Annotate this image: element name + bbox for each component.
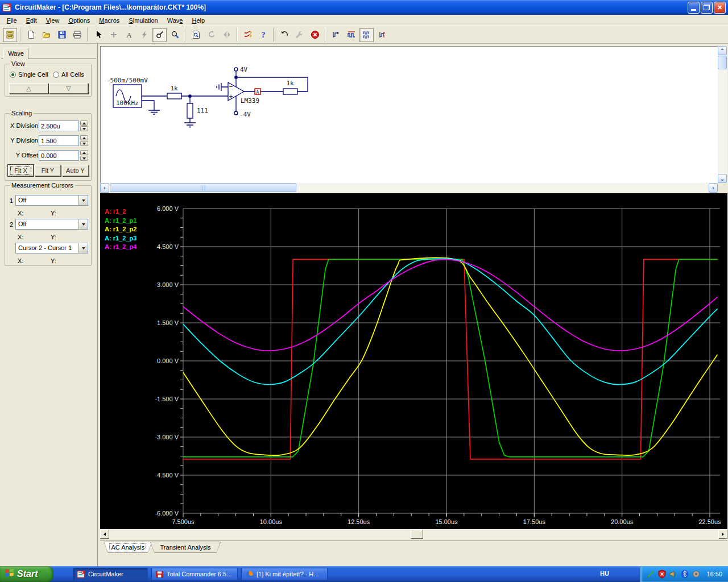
x-division-label: X Division [10, 122, 38, 129]
v-plus-label: 4V [240, 66, 248, 73]
tool-flip-button[interactable] [220, 28, 234, 42]
scroll-right-icon[interactable]: › [709, 183, 718, 193]
comparator-label: LM339 [241, 97, 259, 105]
waveform-Ar1_2_p1 [183, 259, 718, 457]
spin-down-icon[interactable] [80, 141, 88, 146]
scroll-up-icon[interactable]: ⌃ [718, 46, 727, 55]
menu-item-help[interactable]: Help [187, 16, 209, 25]
spin-up-icon[interactable] [80, 150, 88, 155]
tablet-icon[interactable] [646, 569, 655, 579]
schematic-canvas[interactable]: A − + -500m/500mV 100kHz 1k 111 LM339 4V… [100, 46, 718, 183]
spin-down-icon[interactable] [80, 156, 88, 161]
tool-stop-button[interactable] [308, 28, 322, 42]
restore-button[interactable] [701, 2, 713, 14]
tool-save-button[interactable] [55, 28, 69, 42]
tool-scope-multi-button[interactable] [344, 28, 358, 42]
schematic-h-scrollbar[interactable]: ‹ ||| › [100, 183, 718, 193]
cursor2-x-label: X: [18, 234, 23, 240]
triangle-up-icon: △ [26, 85, 31, 92]
spin-up-icon[interactable] [80, 135, 88, 140]
taskbar-button-1-ki-mit-p-tett-h[interactable]: [1] Ki mit épített? - H... [241, 568, 328, 580]
y-division-spinner[interactable] [80, 135, 88, 146]
menu-item-file[interactable]: File [2, 16, 22, 25]
cursor [94, 30, 103, 39]
chevron-down-icon[interactable] [78, 196, 88, 205]
bluetooth-icon[interactable] [680, 569, 689, 579]
scrollbar-thumb[interactable] [718, 56, 727, 69]
tool-wrench-button[interactable] [292, 28, 307, 42]
tab-wave[interactable]: Wave [3, 48, 28, 59]
source-frequency-label: 100kHz [116, 99, 139, 107]
x-division-input[interactable] [39, 120, 79, 131]
scroll-right-icon[interactable] [718, 529, 727, 539]
plot-h-scrollbar[interactable] [100, 529, 727, 539]
cursor1-select[interactable]: Off [15, 195, 88, 206]
cursor-diff-select[interactable]: Cursor 2 - Cursor 1 [15, 243, 88, 253]
probe [155, 30, 164, 39]
auto-y-button[interactable]: Auto Y [62, 165, 89, 176]
tool-plus-button[interactable] [106, 28, 121, 42]
y-offset-input[interactable] [39, 150, 79, 161]
tool-switch-button[interactable] [241, 28, 255, 42]
shield-icon[interactable] [657, 569, 667, 579]
tab-ac-analysis[interactable]: AC Analysis [104, 542, 152, 553]
tool-print-button[interactable] [70, 28, 84, 42]
menu-item-view[interactable]: View [42, 16, 64, 25]
tab-transient-analysis[interactable]: Transient Analysis [150, 542, 221, 553]
cursor2-select[interactable]: Off [15, 219, 88, 230]
language-indicator[interactable]: HU [595, 570, 614, 577]
fit-x-button[interactable]: Fit X [8, 165, 34, 176]
tool-rotate-button[interactable] [204, 28, 218, 42]
tool-text-button[interactable]: A [122, 28, 136, 42]
tool-scope-mixed-button[interactable] [375, 28, 389, 42]
tool-parts-browser-button[interactable] [3, 28, 17, 42]
scroll-left-icon[interactable] [100, 529, 109, 539]
tool-scope-split-button[interactable] [359, 28, 374, 42]
y-axis-label: -1.500 V [155, 396, 179, 402]
cell-down-button[interactable]: ▽ [49, 83, 88, 94]
minimize-button[interactable] [688, 2, 700, 14]
single-cell-radio[interactable]: Single Cell [10, 71, 48, 78]
chevron-down-icon[interactable] [78, 243, 88, 253]
tool-probe-button[interactable] [152, 28, 167, 42]
tool-new-button[interactable] [24, 28, 38, 42]
menu-item-wave[interactable]: Wave [163, 16, 188, 25]
schematic-v-scrollbar[interactable]: ⌃ ⌄ [718, 46, 727, 183]
y-division-input[interactable] [39, 135, 79, 146]
tool-lightning-button[interactable] [137, 28, 151, 42]
y-offset-label: Y Offset [16, 152, 38, 159]
scroll-down-icon[interactable]: ⌄ [718, 174, 727, 183]
taskbar-button-circuitmaker[interactable]: CircuitMaker [73, 568, 148, 580]
measurement-cursors-label: Measurement Cursors [10, 182, 75, 189]
device-icon[interactable] [692, 569, 701, 579]
menu-item-simulation[interactable]: Simulation [124, 16, 162, 25]
menu-item-macros[interactable]: Macros [94, 16, 124, 25]
tool-help-button[interactable]: ? [256, 28, 270, 42]
source-amplitude-label: -500m/500mV [106, 77, 148, 84]
cell-up-button[interactable]: △ [9, 83, 48, 94]
tool-undo-button[interactable] [277, 28, 291, 42]
spin-down-icon[interactable] [80, 126, 88, 131]
taskbar: Start CircuitMakerTotal Commander 6.5...… [0, 566, 728, 582]
tool-cursor-button[interactable] [91, 28, 105, 42]
fit-y-button[interactable]: Fit Y [35, 165, 61, 176]
scrollbar-thumb[interactable] [411, 529, 423, 539]
scrollbar-thumb[interactable]: ||| [110, 183, 296, 192]
tool-scope-single-button[interactable] [329, 28, 343, 42]
scroll-left-icon[interactable]: ‹ [100, 183, 109, 193]
menu-item-edit[interactable]: Edit [22, 16, 42, 25]
volume-icon[interactable] [669, 569, 678, 579]
tool-open-button[interactable] [39, 28, 53, 42]
start-button[interactable]: Start [0, 566, 53, 582]
spin-up-icon[interactable] [80, 120, 88, 126]
menu-item-options[interactable]: Options [64, 16, 94, 25]
all-cells-radio[interactable]: All Cells [53, 71, 84, 78]
tool-find-doc-button[interactable] [189, 28, 203, 42]
chevron-down-icon[interactable] [78, 219, 88, 229]
taskbar-button-total-commander-6-5[interactable]: Total Commander 6.5... [151, 568, 238, 580]
x-division-spinner[interactable] [80, 120, 88, 131]
view-group: View Single Cell All Cells △ ▽ [5, 64, 92, 97]
tool-zoom-button[interactable] [168, 28, 182, 42]
close-button[interactable]: ✕ [714, 2, 726, 14]
y-offset-spinner[interactable] [80, 150, 88, 161]
